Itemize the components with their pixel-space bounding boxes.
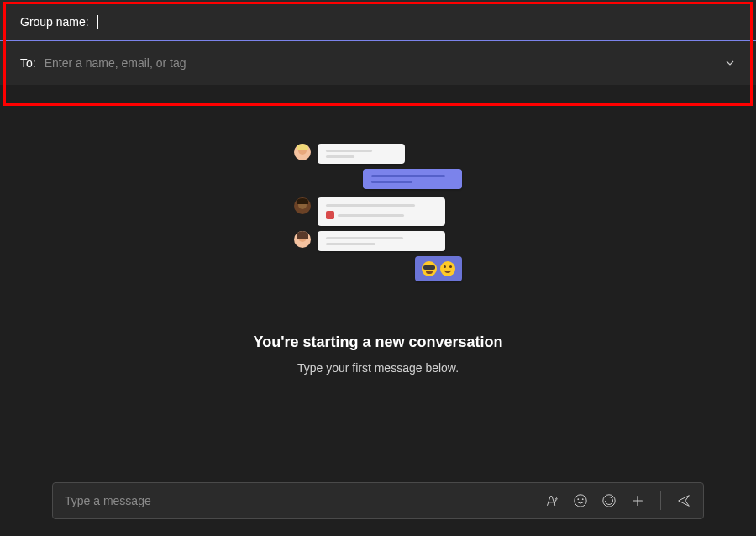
chat-bubble: [363, 169, 462, 189]
message-composer: [52, 482, 704, 519]
chat-bubble: [318, 197, 445, 226]
empty-state: You're starting a new conversation Type …: [0, 85, 756, 375]
message-input[interactable]: [65, 494, 544, 507]
to-row: To:: [0, 41, 756, 85]
attachment-icon: [326, 211, 334, 219]
illustration-row: [294, 197, 462, 226]
chat-illustration: [294, 144, 462, 286]
chat-bubble: [318, 231, 445, 251]
composer-toolbar: [544, 491, 691, 510]
illustration-row: [294, 231, 462, 251]
illustration-row: [294, 144, 462, 164]
emoji-sunglasses-icon: [422, 261, 437, 276]
svg-point-0: [575, 495, 586, 507]
group-name-input[interactable]: [105, 15, 736, 29]
svg-point-1: [577, 498, 579, 500]
empty-state-subtext: Type your first message below.: [297, 361, 459, 375]
group-name-label: Group name:: [20, 15, 89, 29]
format-icon[interactable]: [544, 493, 559, 508]
send-icon[interactable]: [676, 493, 691, 508]
svg-point-3: [603, 495, 615, 507]
avatar-icon: [294, 197, 311, 214]
chevron-down-icon[interactable]: [724, 57, 736, 69]
new-chat-header: Group name: To:: [0, 0, 756, 85]
chat-bubble: [318, 144, 405, 164]
emoji-smile-icon: [440, 261, 455, 276]
group-name-row: Group name:: [0, 0, 756, 41]
text-cursor: [97, 15, 98, 29]
to-label: To:: [20, 56, 36, 70]
empty-state-headline: You're starting a new conversation: [253, 334, 502, 351]
plus-icon[interactable]: [630, 493, 645, 508]
loop-icon[interactable]: [601, 493, 617, 508]
chat-bubble: [415, 256, 462, 281]
toolbar-divider: [660, 491, 661, 510]
to-input[interactable]: [45, 56, 716, 70]
avatar-icon: [294, 144, 311, 160]
avatar-icon: [294, 231, 311, 248]
illustration-row: [294, 169, 462, 189]
illustration-row: [294, 256, 462, 281]
emoji-icon[interactable]: [573, 493, 588, 508]
svg-point-2: [582, 498, 584, 500]
